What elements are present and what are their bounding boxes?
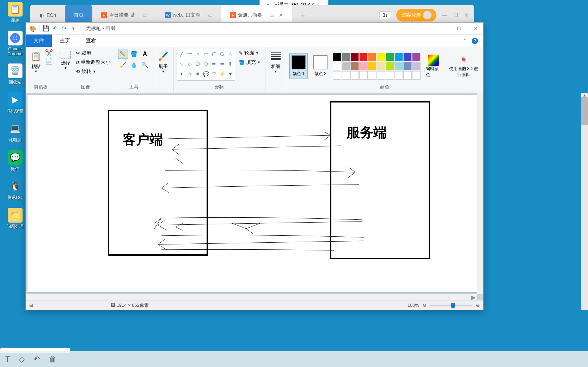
color-swatch[interactable] xyxy=(359,53,368,61)
zoom-slider[interactable] xyxy=(430,305,472,306)
color-swatch[interactable] xyxy=(394,53,403,61)
shapes-gallery[interactable]: ╱ 〜 ○ ▭ ▢ ⬠ △ ◺ ◇ ⬠ ⬡ ➡ ⬅ ⬆ ✦ ☆ ✶ xyxy=(177,49,235,81)
star4-shape[interactable]: ✦ xyxy=(178,70,185,78)
browser-tab-jindu[interactable]: P 金渡...摘要 ▭ ✕ xyxy=(221,5,292,25)
page-scrollbar[interactable]: ▲ xyxy=(581,93,588,310)
undo-button[interactable]: ↶ xyxy=(33,355,40,364)
cut-button[interactable]: ✂️ xyxy=(45,49,53,57)
polygon-shape[interactable]: ⬠ xyxy=(218,50,226,58)
desktop-icon-recycle[interactable]: 🗑️ 回收站 xyxy=(4,63,26,85)
color-swatch-empty[interactable] xyxy=(359,71,368,80)
color-swatch[interactable] xyxy=(377,62,385,70)
star6-shape[interactable]: ✶ xyxy=(194,70,202,78)
fill-tool[interactable]: 🪣 xyxy=(129,49,139,59)
color-swatch[interactable] xyxy=(342,62,350,70)
paint3d-button[interactable]: 🎈 使用画图 3D 进行编辑 xyxy=(447,53,480,80)
redo-button[interactable]: ↷ xyxy=(61,25,67,32)
desktop-icon-wechat[interactable]: 💬 微信 xyxy=(4,150,26,172)
paste-button[interactable]: 📋 粘贴 ▼ xyxy=(29,49,43,75)
guest-login-button[interactable]: 访客登录 xyxy=(396,9,436,21)
browser-tab-web[interactable]: W web...口文档 ▭ xyxy=(156,5,221,25)
zoom-out-button[interactable]: ⊖ xyxy=(423,303,427,308)
magnifier-tool[interactable]: 🔍 xyxy=(140,60,150,70)
close-button[interactable]: ✕ xyxy=(472,24,480,33)
color-swatch-empty[interactable] xyxy=(412,71,421,80)
color-swatch[interactable] xyxy=(350,53,359,61)
color-swatch[interactable] xyxy=(377,53,385,61)
zoom-in-button[interactable]: ⊕ xyxy=(476,303,480,308)
color-swatch[interactable] xyxy=(386,53,394,61)
size-button[interactable]: 粗细 ▼ xyxy=(268,49,283,75)
canvas[interactable]: 客户端 服务端 xyxy=(27,95,479,292)
minimize-button[interactable]: — xyxy=(442,12,447,18)
color-swatch[interactable] xyxy=(333,53,341,61)
text-tool[interactable]: A xyxy=(140,49,150,59)
eraser-tool-button[interactable]: ◇ xyxy=(19,355,25,364)
right-triangle-shape[interactable]: ◺ xyxy=(178,60,185,68)
help-icon[interactable]: ? xyxy=(472,38,478,44)
triangle-shape[interactable]: △ xyxy=(226,50,234,58)
outline-button[interactable]: ✎轮廓 ▼ xyxy=(237,49,262,57)
undo-button[interactable]: ↶ xyxy=(52,25,58,32)
minimize-button[interactable]: — xyxy=(438,24,446,33)
more-shapes[interactable]: ▾ xyxy=(226,70,234,78)
collapse-ribbon-button[interactable]: ⌃ xyxy=(463,37,467,44)
color-swatch[interactable] xyxy=(403,53,412,61)
color-swatch-empty[interactable] xyxy=(403,71,412,80)
rect-shape[interactable]: ▭ xyxy=(202,50,210,58)
color-swatch[interactable] xyxy=(359,62,368,70)
browser-tab-home[interactable]: 首页 xyxy=(65,5,92,25)
lightning-shape[interactable]: ⚡ xyxy=(218,70,226,78)
pencil-tool[interactable]: ✏️ xyxy=(118,49,128,59)
desktop-icon-qq[interactable]: 🐧 腾讯QQ xyxy=(4,179,26,201)
desktop-icon-schedule[interactable]: 📋 课表 xyxy=(4,2,26,24)
desktop-icon-issue[interactable]: 📁 问题处理 xyxy=(4,208,26,230)
arrow-up-shape[interactable]: ⬆ xyxy=(226,60,234,68)
line-shape[interactable]: ╱ xyxy=(178,50,185,58)
save-button[interactable]: 💾 xyxy=(43,25,49,32)
horizontal-scrollbar[interactable]: ▶ xyxy=(26,294,477,300)
color-swatch[interactable] xyxy=(368,62,376,70)
eraser-tool[interactable]: 🧹 xyxy=(118,60,128,70)
color-swatch-empty[interactable] xyxy=(386,71,394,80)
desktop-icon-chrome[interactable]: Google Chrome xyxy=(4,31,26,56)
callout-shape[interactable]: 💬 xyxy=(202,70,210,78)
arrow-right-shape[interactable]: ➡ xyxy=(210,60,218,68)
color-swatch-empty[interactable] xyxy=(350,71,359,80)
heart-shape[interactable]: ♡ xyxy=(210,70,218,78)
diamond-shape[interactable]: ◇ xyxy=(186,60,194,68)
rotate-button[interactable]: ⟲旋转 ▼ xyxy=(74,67,112,76)
browser-badge[interactable]: 3↓ xyxy=(379,11,391,19)
hexagon-shape[interactable]: ⬡ xyxy=(202,60,210,68)
vertical-scrollbar[interactable] xyxy=(477,93,483,294)
color-swatch[interactable] xyxy=(350,62,359,70)
color-swatch[interactable] xyxy=(368,53,376,61)
ribbon-tab-home[interactable]: 主页 xyxy=(52,35,78,47)
color-swatch[interactable] xyxy=(342,53,350,61)
maximize-button[interactable]: ☐ xyxy=(455,24,463,33)
color-swatch[interactable] xyxy=(403,62,412,70)
delete-button[interactable]: 🗑 xyxy=(49,355,56,364)
color-swatch-empty[interactable] xyxy=(368,71,376,80)
select-button[interactable]: 选择 ▼ xyxy=(59,49,72,71)
brushes-button[interactable]: 🖌️ 刷子 ▼ xyxy=(156,49,171,75)
maximize-button[interactable]: ☐ xyxy=(453,12,458,18)
color1-button[interactable]: 颜色 1 xyxy=(289,53,308,79)
ribbon-tab-file[interactable]: 文件 xyxy=(26,35,52,47)
color-swatch-empty[interactable] xyxy=(394,71,403,80)
color2-button[interactable]: 颜色 2 xyxy=(312,54,329,79)
color-swatch-empty[interactable] xyxy=(342,71,350,80)
pentagon-shape[interactable]: ⬠ xyxy=(194,60,202,68)
color-swatch[interactable] xyxy=(386,62,394,70)
edit-colors-button[interactable]: 编辑颜色 xyxy=(424,53,443,80)
color-swatch-empty[interactable] xyxy=(333,71,341,80)
color-swatch[interactable] xyxy=(412,62,421,70)
browser-tab-digest[interactable]: P 今日摘要-蓝 ▭ xyxy=(92,5,156,25)
ribbon-tab-view[interactable]: 查看 xyxy=(78,35,104,47)
close-icon[interactable]: ✕ xyxy=(279,12,283,18)
picker-tool[interactable]: 💧 xyxy=(129,60,139,70)
roundrect-shape[interactable]: ▢ xyxy=(210,50,218,58)
desktop-icon-this-pc[interactable]: 💻 此电脑 xyxy=(4,121,26,143)
color-swatch[interactable] xyxy=(412,53,421,61)
color-swatch-empty[interactable] xyxy=(377,71,385,80)
